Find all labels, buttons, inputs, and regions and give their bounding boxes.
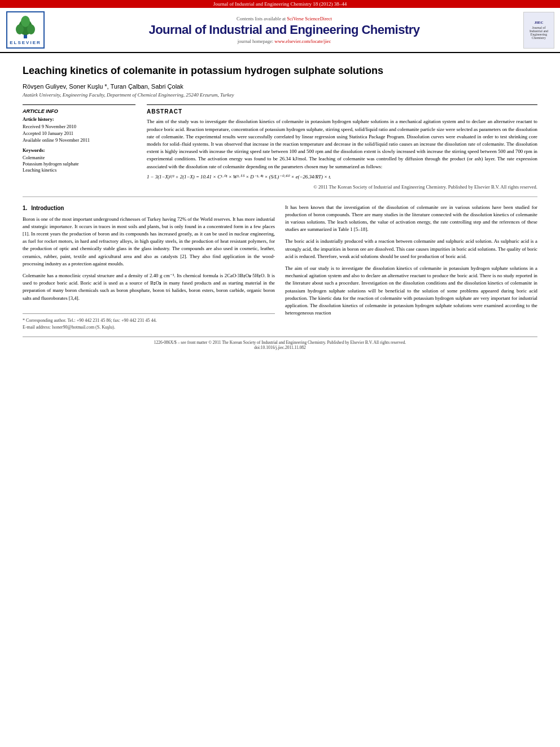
right-para-3: The aim of our study is to investigate t… <box>285 265 537 317</box>
sciverse-link[interactable]: SciVerse ScienceDirect <box>287 16 332 21</box>
author-email: E-mail address: lsoner90@hotmail.com (S.… <box>23 324 275 331</box>
body-right-col: It has been known that the investigation… <box>285 204 537 331</box>
article-info-block: ARTICLE INFO Article history: Received 9… <box>23 104 135 189</box>
keyword-3: Leaching kinetics <box>23 167 135 173</box>
abstract-text: The aim of the study was to investigate … <box>147 118 537 170</box>
keywords-block: Keywords: Colemanite Potassium hydrogen … <box>23 147 135 173</box>
svg-point-4 <box>21 16 30 27</box>
journal-thumbnail: JIEC Journal ofIndustrial andEngineering… <box>523 12 554 49</box>
copyright-notice: © 2011 The Korean Society of Industrial … <box>147 184 537 190</box>
body-left-col: 1. Introduction Boron is one of the most… <box>23 204 275 331</box>
elsevier-tree-icon <box>11 15 40 40</box>
body-columns: 1. Introduction Boron is one of the most… <box>23 204 537 331</box>
available-date: Available online 9 November 2011 <box>23 137 135 143</box>
accepted-date: Accepted 10 January 2011 <box>23 130 135 136</box>
affiliation-line: Atatürk University, Engineering Faculty,… <box>23 92 537 98</box>
doi-line: doi:10.1016/j.jiec.2011.11.082 <box>23 345 537 350</box>
abstract-block: ABSTRACT The aim of the study was to inv… <box>147 104 537 189</box>
abstract-heading: ABSTRACT <box>147 108 537 115</box>
issn-notice: 1226-086X/$ – see front matter © 2011 Th… <box>23 340 537 345</box>
intro-heading: 1. Introduction <box>23 204 275 212</box>
authors-line: Rövşen Guliyev, Soner Kuşlu *, Turan Çal… <box>23 83 537 90</box>
main-content: Leaching kinetics of colemanite in potas… <box>0 53 560 361</box>
intro-paragraph-1: Boron is one of the most important under… <box>23 216 275 268</box>
journal-header-bar: Journal of Industrial and Engineering Ch… <box>0 0 560 8</box>
elsevier-wordmark: ELSEVIER <box>10 40 41 45</box>
journal-url[interactable]: www.elsevier.com/locate/jiec <box>274 38 331 44</box>
right-para-1: It has been known that the investigation… <box>285 204 537 234</box>
journal-title-block: Contents lists available at SciVerse Sci… <box>51 16 518 44</box>
journal-url-line: journal homepage: www.elsevier.com/locat… <box>51 38 518 44</box>
bottom-bar: 1226-086X/$ – see front matter © 2011 Th… <box>23 337 537 350</box>
article-info-heading: ARTICLE INFO <box>23 108 135 114</box>
elsevier-logo: ELSEVIER <box>6 11 45 49</box>
info-abstract-section: ARTICLE INFO Article history: Received 9… <box>23 104 537 189</box>
right-para-2: The boric acid is industrially produced … <box>285 238 537 260</box>
section-divider <box>23 196 537 197</box>
keywords-label: Keywords: <box>23 147 135 153</box>
history-label: Article history: <box>23 116 135 122</box>
sciverse-line: Contents lists available at SciVerse Sci… <box>51 16 518 21</box>
corresponding-author: * Corresponding author. Tel.: +90 442 23… <box>23 317 275 324</box>
received-date: Received 9 November 2010 <box>23 124 135 129</box>
keyword-1: Colemanite <box>23 155 135 160</box>
journal-header: ELSEVIER Contents lists available at Sci… <box>0 8 560 53</box>
article-title: Leaching kinetics of colemanite in potas… <box>23 64 537 77</box>
rate-formula: 1 − 3(1−X)²/³ + 2(1−X) = 10.41 × C¹·⁰¹ ×… <box>147 174 537 180</box>
footnote-block: * Corresponding author. Tel.: +90 442 23… <box>23 313 275 331</box>
keyword-2: Potassium hydrogen sulphate <box>23 161 135 167</box>
journal-citation: Journal of Industrial and Engineering Ch… <box>213 1 347 7</box>
intro-paragraph-2: Colemanite has a monoclinic crystal stru… <box>23 272 275 302</box>
journal-name: Journal of Industrial and Engineering Ch… <box>51 23 518 37</box>
